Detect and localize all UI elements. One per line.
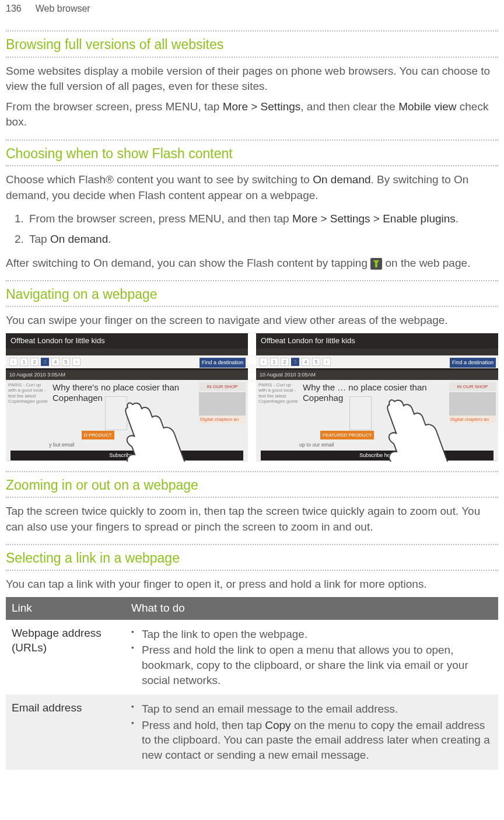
cell-actions: Tap the link to open the webpage. Press … xyxy=(125,620,498,695)
section-name: Web browser xyxy=(36,2,90,15)
screenshot-left: Offbeat London for little kids ‹12345› F… xyxy=(6,333,248,462)
shot-title: Offbeat London for little kids xyxy=(256,333,498,348)
download-arrow-icon xyxy=(370,258,382,270)
shot-dest: Find a destination xyxy=(200,358,246,368)
shot-shop: IN OUR SHOP xyxy=(199,382,246,391)
table-row: Webpage address (URLs) Tap the link to o… xyxy=(6,620,498,695)
step-item: Tap On demand. xyxy=(27,229,498,250)
table-header-row: Link What to do xyxy=(6,597,498,620)
para: Choose which Flash® content you want to … xyxy=(6,172,498,203)
page-header: 136 Web browser xyxy=(6,0,498,21)
page-number: 136 xyxy=(6,2,22,15)
para-after-steps: After switching to On demand, you can sh… xyxy=(6,256,498,271)
shot-chapters: Digital chapters an xyxy=(199,416,246,423)
shot-left-blurb: PARIS - Curl up with a good local - feel… xyxy=(8,382,49,423)
para: From the browser screen, press MENU, tap… xyxy=(6,99,498,130)
screenshot-right: Offbeat London for little kids ‹12345› F… xyxy=(256,333,498,462)
step-item: From the browser screen, press MENU, and… xyxy=(27,209,498,229)
shot-date: 10 August 2010 3:05AM xyxy=(256,370,498,380)
steps-list: From the browser screen, press MENU, and… xyxy=(22,209,498,249)
shot-shop: IN OUR SHOP xyxy=(449,382,496,391)
heading-zooming: Zooming in or out on a webpage xyxy=(6,471,498,498)
para: You can swipe your finger on the screen … xyxy=(6,313,498,329)
cell-actions: Tap to send an email message to the emai… xyxy=(125,695,498,770)
para: Tap the screen twice quickly to zoom in,… xyxy=(6,504,498,535)
heading-browsing-full: Browsing full versions of all websites xyxy=(6,30,498,57)
th-what: What to do xyxy=(125,597,498,620)
para: Some websites display a mobile version o… xyxy=(6,64,498,95)
link-table: Link What to do Webpage address (URLs) T… xyxy=(6,597,498,770)
shot-left-blurb: PARIS - Curl up with a good local - feel… xyxy=(258,382,299,423)
table-row: Email address Tap to send an email messa… xyxy=(6,695,498,770)
shot-date: 10 August 2010 3:05AM xyxy=(6,370,248,380)
list-item: Tap to send an email message to the emai… xyxy=(131,702,492,717)
para: You can tap a link with your finger to o… xyxy=(6,577,498,592)
list-item: Press and hold the link to open a menu t… xyxy=(131,643,492,688)
list-item: Tap the link to open the webpage. xyxy=(131,627,492,642)
cell-link-type: Email address xyxy=(6,695,125,770)
heading-flash: Choosing when to show Flash content xyxy=(6,139,498,166)
heading-navigating: Navigating on a webpage xyxy=(6,280,498,307)
cell-link-type: Webpage address (URLs) xyxy=(6,620,125,695)
shot-chapters: Digital chapters an xyxy=(449,416,496,423)
th-link: Link xyxy=(6,597,125,620)
screenshots-row: Offbeat London for little kids ‹12345› F… xyxy=(6,333,498,462)
shot-title: Offbeat London for little kids xyxy=(6,333,248,348)
shot-dest: Find a destination xyxy=(450,358,496,368)
list-item: Press and hold, then tap Copy on the men… xyxy=(131,718,492,763)
shot-product: FEATURED PRODUCT xyxy=(320,431,374,439)
heading-selecting-link: Selecting a link in a webpage xyxy=(6,544,498,571)
